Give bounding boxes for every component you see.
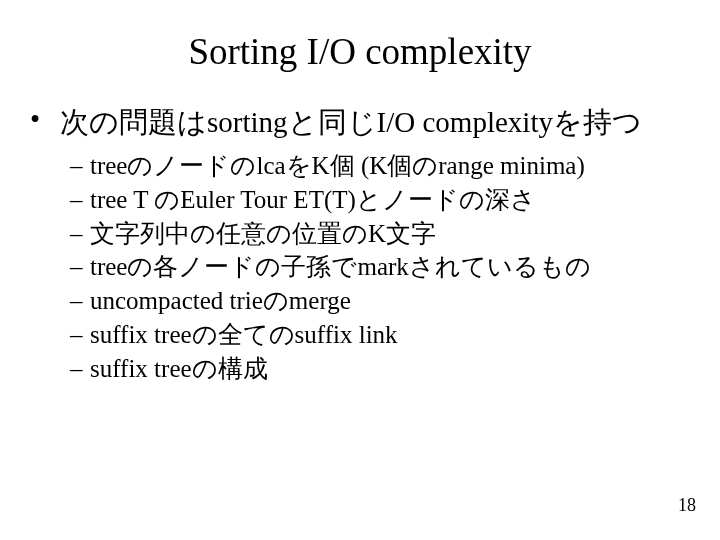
sub-bullet-text: treeのノードのlcaをK個 (K個のrange minima) [90, 149, 700, 183]
dash-icon: – [70, 318, 90, 352]
dash-icon: – [70, 217, 90, 251]
slide: Sorting I/O complexity • 次の問題はsortingと同じ… [0, 0, 720, 540]
sub-bullet-text: tree T のEuler Tour ET(T)とノードの深さ [90, 183, 700, 217]
bullet-level2: – suffix treeの全てのsuffix link [70, 318, 700, 352]
dash-icon: – [70, 284, 90, 318]
dash-icon: – [70, 250, 90, 284]
slide-title: Sorting I/O complexity [0, 0, 720, 103]
bullet-level2: – 文字列中の任意の位置のK文字 [70, 217, 700, 251]
sub-bullet-text: suffix treeの全てのsuffix link [90, 318, 700, 352]
page-number: 18 [678, 495, 696, 516]
bullet-text: 次の問題はsortingと同じI/O complexityを持つ [60, 103, 700, 143]
sub-bullet-text: suffix treeの構成 [90, 352, 700, 386]
bullet-level2: – treeの各ノードの子孫でmarkされているもの [70, 250, 700, 284]
bullet-level2: – uncompacted trieのmerge [70, 284, 700, 318]
bullet-level2: – treeのノードのlcaをK個 (K個のrange minima) [70, 149, 700, 183]
bullet-level1: • 次の問題はsortingと同じI/O complexityを持つ [30, 103, 700, 143]
sub-bullet-text: 文字列中の任意の位置のK文字 [90, 217, 700, 251]
sub-bullet-text: treeの各ノードの子孫でmarkされているもの [90, 250, 700, 284]
bullet-level2: – suffix treeの構成 [70, 352, 700, 386]
sub-bullet-text: uncompacted trieのmerge [90, 284, 700, 318]
dash-icon: – [70, 183, 90, 217]
dash-icon: – [70, 149, 90, 183]
dash-icon: – [70, 352, 90, 386]
bullet-level2: – tree T のEuler Tour ET(T)とノードの深さ [70, 183, 700, 217]
bullet-dot-icon: • [30, 103, 60, 136]
slide-body: • 次の問題はsortingと同じI/O complexityを持つ – tre… [0, 103, 720, 385]
